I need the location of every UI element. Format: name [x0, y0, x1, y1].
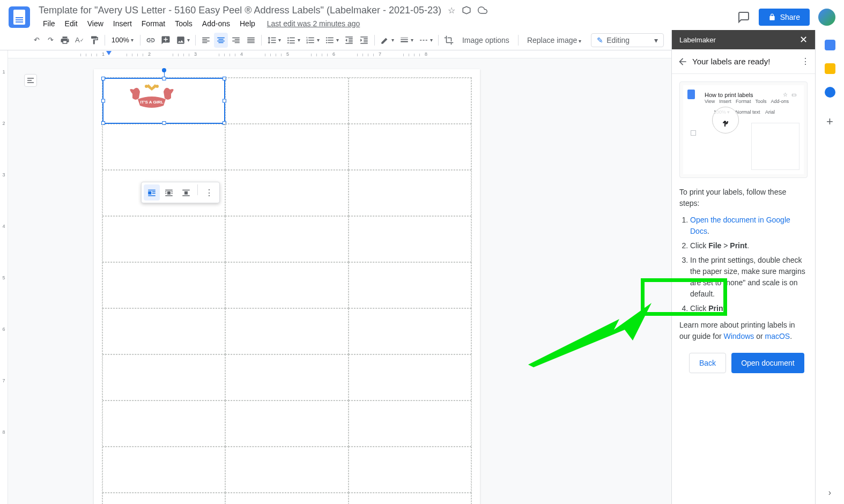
comment-history-icon[interactable] — [737, 11, 750, 24]
image-layout-toolbar: ⋮ — [141, 182, 220, 203]
label-cell[interactable] — [349, 262, 471, 308]
account-avatar[interactable] — [818, 9, 835, 26]
insert-image-button[interactable] — [174, 33, 192, 48]
label-cell[interactable] — [102, 216, 225, 262]
align-left-button[interactable] — [199, 33, 213, 48]
selected-image[interactable]: IT'S A GIRL — [122, 83, 182, 111]
sidepanel-menu-button[interactable]: ⋮ — [801, 56, 810, 66]
back-arrow-button[interactable] — [677, 56, 688, 67]
border-color-button[interactable] — [378, 33, 396, 48]
label-cell[interactable] — [225, 401, 348, 447]
step-1: Open the document in Google Docs. — [690, 214, 808, 237]
label-cell[interactable] — [102, 354, 225, 401]
menu-tools[interactable]: Tools — [171, 17, 197, 30]
align-justify-button[interactable] — [244, 33, 258, 48]
label-cell[interactable] — [349, 493, 471, 504]
windows-guide-link[interactable]: Windows — [724, 332, 754, 340]
add-app-button[interactable]: + — [826, 115, 833, 129]
menu-file[interactable]: File — [39, 17, 60, 30]
paint-format-button[interactable] — [87, 33, 101, 48]
resize-handle-w[interactable] — [101, 99, 105, 103]
replace-image-button[interactable]: Replace image — [522, 36, 587, 45]
label-cell[interactable] — [225, 308, 348, 354]
indent-button[interactable] — [357, 33, 371, 48]
insert-link-button[interactable] — [144, 33, 158, 48]
editing-mode-dropdown[interactable]: ✎ Editing ▾ — [591, 33, 664, 47]
break-layout-button[interactable] — [178, 184, 194, 201]
image-more-button[interactable]: ⋮ — [201, 184, 217, 201]
resize-handle-n[interactable] — [162, 77, 166, 80]
move-icon[interactable] — [462, 5, 471, 15]
line-spacing-button[interactable] — [265, 33, 283, 48]
show-outline-button[interactable] — [24, 74, 37, 87]
wrap-layout-button[interactable] — [161, 184, 177, 201]
docs-logo[interactable] — [9, 6, 30, 28]
back-button[interactable]: Back — [689, 353, 726, 373]
label-cell[interactable] — [349, 354, 471, 401]
align-center-button[interactable] — [214, 33, 228, 48]
open-document-button[interactable]: Open document — [731, 353, 804, 373]
menu-view[interactable]: View — [83, 17, 108, 30]
add-comment-button[interactable] — [159, 33, 173, 48]
label-cell[interactable] — [102, 493, 225, 504]
label-cell[interactable] — [225, 493, 348, 504]
numbered-list-button[interactable] — [303, 33, 322, 48]
menu-insert[interactable]: Insert — [109, 17, 136, 30]
zoom-dropdown[interactable]: 100% — [108, 33, 137, 48]
label-cell[interactable] — [225, 124, 348, 170]
sidepanel-title: Your labels are ready! — [692, 57, 797, 66]
label-cell[interactable] — [225, 216, 348, 262]
label-cell[interactable] — [102, 262, 225, 308]
label-cell[interactable] — [102, 401, 225, 447]
star-icon[interactable]: ☆ — [448, 5, 455, 16]
tasks-app-icon[interactable] — [825, 87, 835, 98]
inline-layout-button[interactable] — [144, 184, 160, 201]
border-weight-button[interactable] — [397, 33, 416, 48]
spellcheck-button[interactable]: A✓ — [73, 33, 86, 48]
label-cell-selected[interactable]: IT'S A GIRL — [102, 78, 225, 124]
label-cell[interactable] — [349, 308, 471, 354]
crop-button[interactable] — [442, 33, 456, 48]
image-options-button[interactable]: Image options — [457, 36, 515, 45]
redo-button[interactable]: ↷ — [44, 33, 57, 48]
label-cell[interactable] — [225, 354, 348, 401]
border-dash-button[interactable] — [417, 33, 435, 48]
label-cell[interactable] — [102, 124, 225, 170]
macos-guide-link[interactable]: macOS — [765, 332, 790, 340]
label-cell[interactable] — [225, 262, 348, 308]
close-sidepanel-button[interactable]: ✕ — [799, 34, 808, 46]
label-cell[interactable] — [349, 78, 471, 124]
resize-handle-nw[interactable] — [101, 77, 105, 80]
cloud-status-icon[interactable] — [478, 5, 487, 15]
checklist-button[interactable] — [284, 33, 302, 48]
open-doc-link[interactable]: Open the document in Google Docs — [690, 216, 790, 235]
bulleted-list-button[interactable] — [323, 33, 341, 48]
print-button[interactable] — [58, 33, 72, 48]
label-cell[interactable] — [349, 447, 471, 493]
share-button[interactable]: Share — [759, 9, 810, 26]
doc-title[interactable]: Template for "Avery US Letter - 5160 Eas… — [39, 5, 441, 16]
document-page[interactable]: IT'S A GIRL — [94, 69, 480, 504]
menu-edit[interactable]: Edit — [61, 17, 82, 30]
label-cell[interactable] — [349, 401, 471, 447]
align-right-button[interactable] — [229, 33, 243, 48]
keep-app-icon[interactable] — [825, 63, 835, 74]
label-cell[interactable] — [225, 78, 348, 124]
last-edit-link[interactable]: Last edit was 2 minutes ago — [267, 17, 360, 30]
label-cell[interactable] — [349, 124, 471, 170]
label-grid: IT'S A GIRL — [102, 77, 472, 504]
menu-addons[interactable]: Add-ons — [198, 17, 234, 30]
label-cell[interactable] — [349, 170, 471, 216]
menu-help[interactable]: Help — [235, 17, 260, 30]
label-cell[interactable] — [225, 170, 348, 216]
label-cell[interactable] — [349, 216, 471, 262]
label-cell[interactable] — [225, 447, 348, 493]
calendar-app-icon[interactable] — [825, 40, 835, 50]
label-cell[interactable] — [102, 447, 225, 493]
undo-button[interactable]: ↶ — [30, 33, 43, 48]
hide-rail-button[interactable]: › — [828, 488, 831, 498]
step-3: In the print settings, double check the … — [690, 255, 808, 300]
menu-format[interactable]: Format — [137, 17, 169, 30]
outdent-button[interactable] — [342, 33, 356, 48]
label-cell[interactable] — [102, 308, 225, 354]
